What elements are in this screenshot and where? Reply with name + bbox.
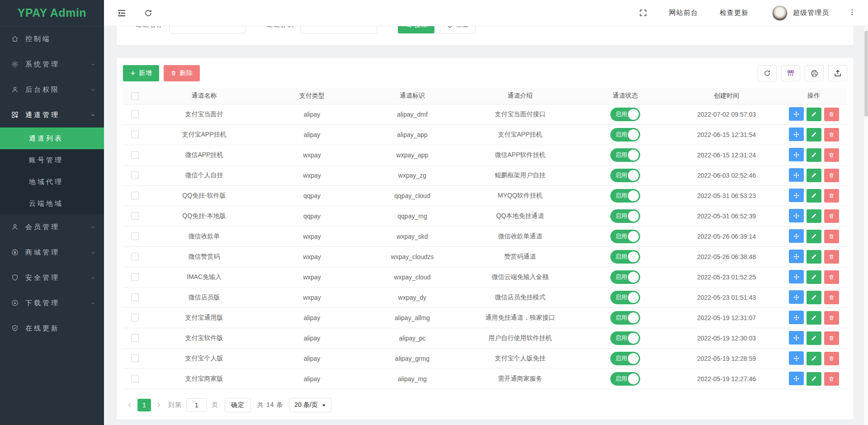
- check-update-link[interactable]: 检查更新: [720, 9, 749, 17]
- confirm-button[interactable]: 确定: [225, 398, 251, 412]
- collapse-menu-icon[interactable]: [117, 8, 127, 18]
- edit-row-button[interactable]: [807, 250, 821, 264]
- status-toggle[interactable]: 启用: [610, 209, 640, 223]
- delete-row-button[interactable]: [824, 148, 839, 162]
- row-checkbox[interactable]: [131, 334, 139, 342]
- edit-row-button[interactable]: [807, 372, 821, 386]
- edit-row-button[interactable]: [807, 270, 821, 284]
- status-toggle[interactable]: 启用: [610, 169, 640, 182]
- move-row-button[interactable]: [789, 128, 804, 141]
- delete-row-button[interactable]: [824, 311, 839, 325]
- table-refresh-icon[interactable]: [758, 65, 777, 81]
- row-checkbox[interactable]: [131, 273, 139, 281]
- sidebar-item-7[interactable]: 下载管理: [0, 290, 104, 316]
- delete-row-button[interactable]: [824, 108, 839, 121]
- site-front-link[interactable]: 网站前台: [669, 9, 698, 17]
- move-row-button[interactable]: [789, 372, 804, 385]
- filter-code-input[interactable]: [300, 26, 377, 33]
- delete-row-button[interactable]: [824, 352, 839, 365]
- row-checkbox[interactable]: [131, 212, 139, 220]
- edit-row-button[interactable]: [807, 148, 821, 162]
- username-label[interactable]: 超级管理员: [793, 9, 829, 17]
- row-checkbox[interactable]: [131, 110, 139, 118]
- submenu-item-3-0[interactable]: 通道列表: [0, 128, 104, 149]
- submenu-item-3-1[interactable]: 账号管理: [0, 149, 104, 171]
- row-checkbox[interactable]: [131, 314, 139, 321]
- move-row-button[interactable]: [789, 351, 804, 365]
- delete-row-button[interactable]: [824, 250, 839, 264]
- scrollbar-thumb[interactable]: [864, 31, 868, 117]
- status-toggle[interactable]: 启用: [610, 108, 640, 121]
- status-toggle[interactable]: 启用: [610, 352, 640, 365]
- add-button[interactable]: 新增: [123, 65, 159, 81]
- sidebar-item-0[interactable]: 控制端: [0, 26, 104, 52]
- refresh-icon[interactable]: [144, 9, 153, 18]
- search-button[interactable]: 搜索: [398, 26, 434, 33]
- submenu-item-3-2[interactable]: 地域代理: [0, 171, 104, 193]
- delete-row-button[interactable]: [824, 291, 839, 304]
- sidebar-item-1[interactable]: 系统管理: [0, 52, 104, 77]
- edit-row-button[interactable]: [807, 230, 821, 243]
- move-row-button[interactable]: [789, 148, 804, 161]
- edit-row-button[interactable]: [807, 128, 821, 142]
- fullscreen-icon[interactable]: [639, 9, 647, 17]
- page-1-button[interactable]: 1: [137, 399, 151, 411]
- sidebar-item-4[interactable]: 会员管理: [0, 214, 104, 240]
- row-checkbox[interactable]: [131, 293, 139, 301]
- sidebar-item-3[interactable]: 通道管理: [0, 102, 104, 128]
- reset-button[interactable]: 重置: [440, 26, 476, 33]
- status-toggle[interactable]: 启用: [610, 148, 640, 162]
- next-page-button[interactable]: [153, 399, 165, 411]
- status-toggle[interactable]: 启用: [610, 291, 640, 304]
- delete-row-button[interactable]: [824, 189, 839, 203]
- move-row-button[interactable]: [789, 107, 804, 121]
- move-row-button[interactable]: [789, 250, 804, 263]
- row-checkbox[interactable]: [131, 253, 139, 260]
- row-checkbox[interactable]: [131, 192, 139, 199]
- goto-page-input[interactable]: [186, 398, 207, 412]
- row-checkbox[interactable]: [131, 171, 139, 179]
- page-size-select[interactable]: 20 条/页: [289, 398, 331, 412]
- move-row-button[interactable]: [789, 270, 804, 283]
- user-avatar[interactable]: [772, 5, 788, 21]
- move-row-button[interactable]: [789, 168, 804, 182]
- print-icon[interactable]: [805, 65, 824, 81]
- status-toggle[interactable]: 启用: [610, 270, 640, 284]
- edit-row-button[interactable]: [807, 291, 821, 304]
- delete-row-button[interactable]: [824, 331, 839, 345]
- sidebar-item-2[interactable]: 后台权限: [0, 77, 104, 102]
- edit-row-button[interactable]: [807, 169, 821, 182]
- status-toggle[interactable]: 启用: [610, 128, 640, 142]
- delete-row-button[interactable]: [824, 270, 839, 284]
- edit-row-button[interactable]: [807, 331, 821, 345]
- sidebar-item-8[interactable]: 在线更新: [0, 316, 104, 341]
- delete-row-button[interactable]: [824, 169, 839, 182]
- status-toggle[interactable]: 启用: [610, 189, 640, 203]
- filter-name-input[interactable]: [169, 26, 246, 33]
- status-toggle[interactable]: 启用: [610, 250, 640, 264]
- move-row-button[interactable]: [789, 331, 804, 345]
- edit-row-button[interactable]: [807, 108, 821, 121]
- row-checkbox[interactable]: [131, 131, 139, 138]
- move-row-button[interactable]: [789, 189, 804, 202]
- filter-columns-icon[interactable]: [781, 65, 800, 81]
- vertical-dots-icon[interactable]: [848, 8, 856, 18]
- row-checkbox[interactable]: [131, 232, 139, 240]
- delete-row-button[interactable]: [824, 209, 839, 223]
- submenu-item-3-3[interactable]: 云端地域: [0, 193, 104, 214]
- edit-row-button[interactable]: [807, 352, 821, 365]
- move-row-button[interactable]: [789, 209, 804, 222]
- row-checkbox[interactable]: [131, 375, 139, 382]
- edit-row-button[interactable]: [807, 189, 821, 203]
- delete-row-button[interactable]: [824, 128, 839, 142]
- delete-row-button[interactable]: [824, 230, 839, 243]
- status-toggle[interactable]: 启用: [610, 372, 640, 386]
- move-row-button[interactable]: [789, 290, 804, 304]
- sidebar-item-6[interactable]: 安全管理: [0, 265, 104, 290]
- select-all-checkbox[interactable]: [131, 92, 139, 100]
- edit-row-button[interactable]: [807, 209, 821, 223]
- delete-row-button[interactable]: [824, 372, 839, 386]
- move-row-button[interactable]: [789, 311, 804, 324]
- status-toggle[interactable]: 启用: [610, 230, 640, 243]
- row-checkbox[interactable]: [131, 354, 139, 362]
